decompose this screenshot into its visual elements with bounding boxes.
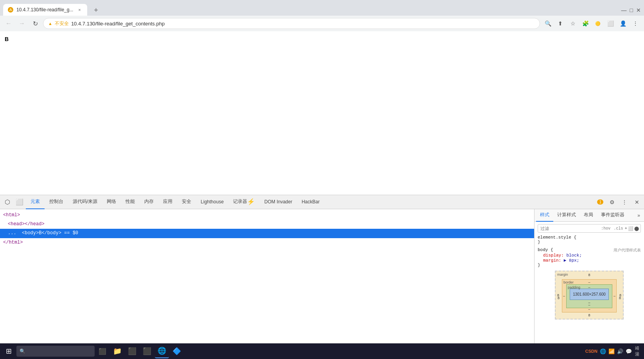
filter-input[interactable]	[538, 226, 599, 231]
extension-custom-icon[interactable]: 🟡	[592, 18, 603, 29]
extensions-icon[interactable]: 🧩	[580, 18, 591, 29]
tray-icon3[interactable]: 🔊	[617, 348, 623, 354]
app2-icon: ⬛	[143, 347, 151, 355]
content-dimensions: 1301.600×257.600	[573, 292, 606, 296]
html-equals: ==	[64, 230, 73, 236]
add-style-icon[interactable]: +	[624, 226, 627, 231]
css-source-label: 用户代理样式表	[614, 248, 641, 253]
back-button[interactable]: ←	[3, 18, 14, 29]
devtools-tab-elements[interactable]: 元素	[26, 195, 45, 209]
devtools-tab-application[interactable]: 应用	[158, 195, 177, 209]
task-view-button[interactable]: ⬛	[95, 344, 109, 358]
box-model-container: margin 8 8 8 8 border – –	[538, 271, 641, 320]
bookmark-icon[interactable]: ☆	[567, 18, 578, 29]
reload-button[interactable]: ↻	[30, 18, 41, 29]
html-tag-close: </html>	[3, 240, 23, 245]
margin-bottom-value: 8	[588, 313, 590, 317]
share-icon[interactable]: ⬆	[555, 18, 566, 29]
border-top-value: –	[588, 280, 590, 284]
devtools-tab-security[interactable]: 安全	[177, 195, 196, 209]
html-line-body[interactable]: ... <body>B</body> == $0	[0, 229, 534, 238]
element-style-icon[interactable]: ⬜	[628, 226, 633, 231]
border-left-value: –	[563, 294, 565, 298]
devtools-tab-lighthouse[interactable]: Lighthouse	[196, 195, 228, 209]
app1-button[interactable]: ⬛	[125, 344, 139, 358]
close-window-button[interactable]: ✕	[636, 7, 641, 13]
filter-icons: + ⬜ ⬤	[624, 226, 640, 231]
tab-close-button[interactable]: ×	[76, 7, 83, 13]
search-icon[interactable]: 🔍	[542, 18, 553, 29]
tray-icon2[interactable]: 📶	[608, 348, 615, 354]
devtools-tab-recorder[interactable]: 记录器 ⚡	[228, 195, 260, 209]
taskbar-search-icon: 🔍	[20, 348, 25, 354]
close-devtools-button[interactable]: ✕	[631, 197, 642, 208]
html-line-html[interactable]: <html>	[0, 211, 534, 220]
content-box: 1301.600×257.600	[570, 289, 609, 300]
devtools-tab-console[interactable]: 控制台	[45, 195, 68, 209]
more-options-button[interactable]: ⋮	[619, 197, 630, 208]
css-rule-body: body { 用户代理样式表 display: block; margin: ▶…	[538, 248, 641, 267]
devtools-panel: ⬡ ⬜ 元素 控制台 源代码/来源 网络 性能 内存 应用 安全 Lightho…	[0, 195, 644, 359]
panel-tab-listeners[interactable]: 事件监听器	[597, 209, 628, 222]
html-line-html-close[interactable]: </html>	[0, 238, 534, 247]
devtools-tab-performance[interactable]: 性能	[121, 195, 140, 209]
start-button[interactable]: ⊞	[2, 344, 16, 358]
settings-button[interactable]: ⚙	[606, 197, 617, 208]
css-prop-margin-name: margin:	[543, 258, 561, 263]
new-tab-button[interactable]: +	[90, 5, 101, 16]
start-icon: ⊞	[6, 347, 12, 355]
devtools-tab-memory[interactable]: 内存	[140, 195, 158, 209]
file-explorer-button[interactable]: 📁	[110, 344, 124, 358]
css-prop-display-name: display:	[543, 253, 564, 258]
security-warning-icon: ▲	[48, 21, 52, 26]
vscode-button[interactable]: 🔷	[170, 344, 184, 358]
forward-button[interactable]: →	[16, 18, 27, 29]
filter-bar: :hov .cls + ⬜ ⬤	[538, 224, 641, 233]
maximize-button[interactable]: □	[630, 7, 633, 13]
browser-button[interactable]: 🌐	[155, 344, 169, 358]
app1-icon: ⬛	[128, 347, 136, 355]
cls-button[interactable]: .cls	[612, 226, 624, 231]
menu-icon[interactable]: ⋮	[630, 18, 641, 29]
clock-time: 靖	[635, 345, 639, 351]
split-view-icon[interactable]: ⬜	[605, 18, 616, 29]
devtools-tab-sources[interactable]: 源代码/来源	[68, 195, 102, 209]
csdn-label: CSDN	[585, 349, 597, 354]
profile-icon[interactable]: 👤	[617, 18, 628, 29]
panel-tab-styles[interactable]: 样式	[536, 209, 553, 222]
not-secure-label: 不安全	[55, 20, 69, 27]
style-view-icon[interactable]: ⬤	[634, 226, 639, 231]
devtools-tab-dominvader[interactable]: DOM Invader	[260, 195, 297, 209]
devtools-inspector-icon[interactable]: ⬡	[2, 198, 13, 206]
css-body-header: body { 用户代理样式表	[538, 248, 641, 253]
styles-panel: 样式 计算样式 布局 事件监听器 » :hov .cls +	[535, 209, 644, 350]
css-close-brace-1: }	[538, 240, 641, 244]
app2-button[interactable]: ⬛	[140, 344, 154, 358]
html-panel: <html> <head></head> ... <body>B</body> …	[0, 209, 535, 350]
panel-tab-more[interactable]: »	[635, 213, 642, 218]
html-tag-open: <html>	[3, 212, 20, 218]
search-bar[interactable]: 🔍	[16, 346, 95, 357]
css-prop-display: display: block;	[538, 253, 641, 258]
tray-icon4[interactable]: 💬	[626, 348, 632, 354]
minimize-button[interactable]: —	[621, 7, 627, 13]
tab-title: 10.4.7.130/file-read/file_g...	[16, 7, 73, 13]
tray-icon1[interactable]: 🌐	[600, 348, 606, 354]
address-bar[interactable]: ▲ 不安全 10.4.7.130/file-read/file_get_cont…	[43, 18, 540, 29]
panel-tab-computed[interactable]: 计算样式	[553, 209, 580, 222]
html-line-head[interactable]: <head></head>	[0, 220, 534, 229]
taskbar: ⊞ 🔍 ⬛ 📁 ⬛ ⬛ 🌐 🔷 CSDN 🌐 📶 🔊	[0, 343, 644, 359]
active-tab[interactable]: ⚠ 10.4.7.130/file-read/file_g... ×	[3, 4, 87, 16]
clock[interactable]: 靖 湯	[635, 345, 639, 357]
devtools-tabbar: ⬡ ⬜ 元素 控制台 源代码/来源 网络 性能 内存 应用 安全 Lightho…	[0, 195, 644, 209]
taskbar-right: CSDN 🌐 📶 🔊 💬 靖 湯	[585, 345, 642, 357]
browser-toolbar: ← → ↻ ▲ 不安全 10.4.7.130/file-read/file_ge…	[0, 16, 644, 31]
tab-favicon: ⚠	[8, 7, 13, 13]
devtools-tab-hackbar[interactable]: HackBar	[297, 195, 324, 209]
panel-tab-layout[interactable]: 布局	[580, 209, 597, 222]
devtools-tab-network[interactable]: 网络	[102, 195, 121, 209]
hov-button[interactable]: :hov	[599, 226, 612, 231]
devtools-select-icon[interactable]: ⬜	[13, 198, 26, 206]
html-dollar: $0	[73, 230, 78, 236]
toolbar-icons: 🔍 ⬆ ☆ 🧩 🟡 ⬜ 👤 ⋮	[542, 18, 641, 29]
